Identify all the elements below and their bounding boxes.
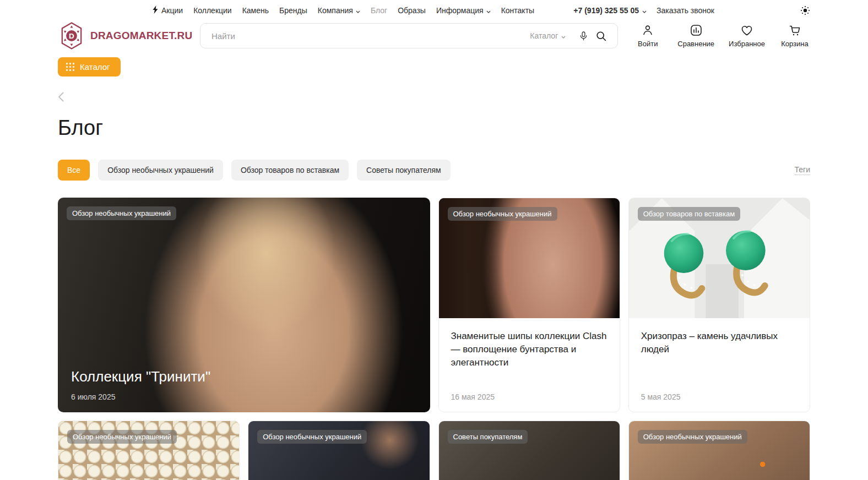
nav-item-label: Информация bbox=[436, 6, 484, 15]
filter-chip-tips[interactable]: Советы покупателям bbox=[357, 160, 451, 181]
cart-button[interactable]: Корзина bbox=[779, 24, 810, 48]
post-tag-badge: Советы покупателям bbox=[448, 430, 528, 444]
catalog-button[interactable]: Каталог bbox=[58, 57, 121, 77]
post-card-chrysoprase[interactable]: Обзор товаров по вставкам Хризопраз – ка… bbox=[628, 198, 810, 412]
nav-item-label: Блог bbox=[371, 6, 387, 15]
post-image: Обзор необычных украшений bbox=[58, 421, 239, 480]
post-image: Обзор товаров по вставкам bbox=[629, 198, 810, 318]
post-overlay: Коллекция "Тринити" 6 июля 2025 bbox=[71, 368, 210, 401]
chevron-down-icon bbox=[356, 6, 360, 15]
post-tag-badge: Обзор необычных украшений bbox=[448, 207, 557, 221]
nav-item-label: Акции bbox=[161, 6, 183, 15]
brand-name: DRAGOMARKET.RU bbox=[90, 30, 192, 42]
phone-label: +7 (919) 325 55 05 bbox=[573, 6, 639, 15]
post-tag-badge: Обзор товаров по вставкам bbox=[638, 207, 740, 221]
post-title: Знаменитые шипы коллекции Clash — воплощ… bbox=[451, 330, 607, 369]
header: D DRAGOMARKET.RU Каталог bbox=[58, 22, 810, 50]
page-container: Акции Коллекции Камень Бренды Компания Б… bbox=[58, 0, 810, 480]
favorites-label: Избранное bbox=[729, 40, 765, 48]
search-icon bbox=[595, 30, 607, 42]
nav-item-obrazy[interactable]: Образы bbox=[398, 6, 426, 15]
brand-logo[interactable]: D DRAGOMARKET.RU bbox=[58, 22, 200, 50]
post-card-trinity[interactable]: Обзор необычных украшений Коллекция "Три… bbox=[58, 198, 430, 412]
chevron-down-icon bbox=[486, 6, 491, 15]
back-button[interactable] bbox=[58, 92, 68, 104]
nav-item-label: Образы bbox=[398, 6, 426, 15]
voice-search-button[interactable] bbox=[574, 27, 592, 45]
catalog-button-label: Каталог bbox=[80, 62, 110, 72]
post-card-watch[interactable]: Обзор необычных украшений bbox=[248, 421, 430, 480]
cart-icon bbox=[788, 24, 801, 37]
search-input[interactable] bbox=[210, 31, 530, 41]
nav-item-akcii[interactable]: Акции bbox=[153, 6, 183, 15]
post-date: 16 мая 2025 bbox=[451, 392, 495, 401]
post-date: 6 июля 2025 bbox=[71, 392, 210, 401]
nav-item-brendy[interactable]: Бренды bbox=[279, 6, 307, 15]
grid-dots-icon bbox=[66, 62, 75, 72]
search-submit-button[interactable] bbox=[592, 27, 610, 45]
nav-item-kollekcii[interactable]: Коллекции bbox=[193, 6, 232, 15]
post-card-stone[interactable]: Советы покупателям bbox=[438, 421, 620, 480]
post-image: Обзор необычных украшений bbox=[248, 421, 429, 480]
post-tag-badge: Обзор необычных украшений bbox=[638, 430, 747, 444]
post-tag-badge: Обзор необычных украшений bbox=[67, 206, 176, 220]
nav-item-kontakty[interactable]: Контакты bbox=[501, 6, 534, 15]
post-tag-badge: Обзор необычных украшений bbox=[257, 430, 367, 444]
nav-item-label: Коллекции bbox=[193, 6, 232, 15]
callback-link[interactable]: Заказать звонок bbox=[657, 6, 714, 15]
nav-item-blog[interactable]: Блог bbox=[371, 6, 387, 15]
search-category-label: Каталог bbox=[530, 31, 558, 40]
post-tag-badge: Обзор необычных украшений bbox=[67, 430, 177, 444]
user-icon bbox=[641, 24, 654, 37]
chevron-down-icon bbox=[561, 31, 566, 40]
post-image: Советы покупателям bbox=[439, 421, 620, 480]
nav-item-label: Камень bbox=[242, 6, 269, 15]
nav-item-label: Компания bbox=[318, 6, 353, 15]
lightning-icon bbox=[153, 6, 159, 15]
chevron-left-icon bbox=[58, 92, 64, 102]
phone-number[interactable]: +7 (919) 325 55 05 bbox=[573, 6, 647, 15]
tags-link[interactable]: Теги bbox=[795, 165, 810, 175]
microphone-icon bbox=[578, 31, 589, 41]
topbar: Акции Коллекции Камень Бренды Компания Б… bbox=[58, 0, 810, 15]
search-bar: Каталог bbox=[200, 23, 618, 48]
main-nav: Акции Коллекции Камень Бренды Компания Б… bbox=[153, 6, 534, 15]
login-label: Войти bbox=[638, 40, 658, 48]
post-body: Хризопраз – камень удачливых людей bbox=[629, 318, 810, 356]
logo-icon: D bbox=[58, 22, 85, 50]
search-category-dropdown[interactable]: Каталог bbox=[530, 31, 566, 40]
compare-icon bbox=[690, 24, 703, 37]
post-date: 5 мая 2025 bbox=[641, 392, 681, 401]
post-title: Коллекция "Тринити" bbox=[71, 368, 210, 385]
nav-item-kamen[interactable]: Камень bbox=[242, 6, 269, 15]
compare-label: Сравнение bbox=[677, 40, 714, 48]
compare-button[interactable]: Сравнение bbox=[677, 24, 714, 48]
posts-grid: Обзор необычных украшений Коллекция "Три… bbox=[58, 198, 810, 480]
header-actions: Войти Сравнение Избранное bbox=[632, 24, 810, 48]
filter-chip-inserts[interactable]: Обзор товаров по вставкам bbox=[231, 160, 349, 181]
favorites-button[interactable]: Избранное bbox=[729, 24, 765, 48]
nav-item-label: Контакты bbox=[501, 6, 534, 15]
heart-icon bbox=[740, 24, 753, 37]
phone-group: +7 (919) 325 55 05 Заказать звонок bbox=[573, 6, 714, 15]
nav-item-kompaniya[interactable]: Компания bbox=[318, 6, 360, 15]
page-title: Блог bbox=[58, 116, 810, 140]
login-button[interactable]: Войти bbox=[632, 24, 663, 48]
post-card-pearls[interactable]: Обзор необычных украшений bbox=[58, 421, 240, 480]
post-image: Обзор необычных украшений bbox=[439, 198, 620, 318]
post-body: Знаменитые шипы коллекции Clash — воплощ… bbox=[439, 318, 620, 369]
nav-item-informaciya[interactable]: Информация bbox=[436, 6, 491, 15]
chevron-down-icon bbox=[642, 6, 647, 15]
filter-chip-all[interactable]: Все bbox=[58, 160, 90, 181]
nav-item-label: Бренды bbox=[279, 6, 307, 15]
post-image: Обзор необычных украшений bbox=[629, 421, 810, 480]
post-title: Хризопраз – камень удачливых людей bbox=[641, 330, 798, 356]
post-image: Обзор необычных украшений Коллекция "Три… bbox=[58, 198, 430, 412]
filter-row: Все Обзор необычных украшений Обзор това… bbox=[58, 160, 810, 181]
theme-toggle-button[interactable] bbox=[800, 6, 810, 15]
post-card-earrings[interactable]: Обзор необычных украшений bbox=[628, 421, 810, 480]
post-card-clash[interactable]: Обзор необычных украшений Знаменитые шип… bbox=[438, 198, 620, 412]
sun-icon bbox=[800, 6, 810, 15]
svg-text:D: D bbox=[69, 32, 74, 40]
filter-chip-unusual[interactable]: Обзор необычных украшений bbox=[98, 160, 223, 181]
